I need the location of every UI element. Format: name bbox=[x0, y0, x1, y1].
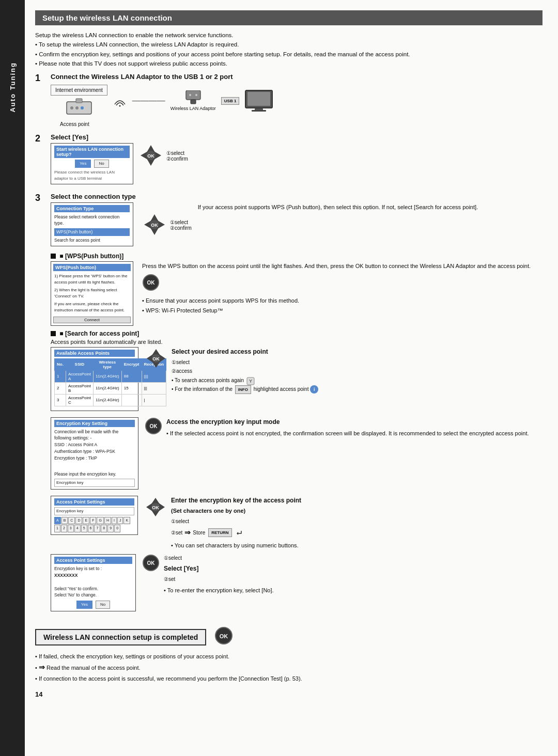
ap2-line-3: Select 'Yes' to confirm. bbox=[54, 586, 132, 592]
svg-rect-4 bbox=[76, 99, 82, 103]
key-9: 9 bbox=[107, 525, 114, 532]
key-K: K bbox=[123, 517, 130, 525]
search-sub3-right: OK Enter the encryption key of the acces… bbox=[144, 496, 542, 550]
search-sub1-note2: • For the information of the INFO highli… bbox=[172, 385, 318, 394]
wps-screen-area: WPS(Push button) 1) Please press the 'WP… bbox=[51, 261, 136, 326]
search-sub4-right: OK ①select Select [Yes] ②set • To re-ent… bbox=[142, 554, 542, 613]
svg-point-2 bbox=[75, 106, 79, 109]
key-F: F bbox=[90, 517, 96, 525]
key-7: 7 bbox=[94, 525, 100, 532]
wps-notes: • Ensure that your access point supports… bbox=[142, 296, 542, 315]
ok-btn-wps: OK bbox=[142, 274, 542, 294]
col-encrypt: Encrypt bbox=[121, 358, 142, 370]
intro-bullet-3: Please note that this TV does not suppor… bbox=[35, 59, 542, 68]
ap-settings2-body: Encryption key is set to : XXXXXXXX Sele… bbox=[54, 565, 132, 609]
connect-btn: Connect bbox=[53, 317, 131, 323]
wps-note-1: • Ensure that your access point supports… bbox=[142, 296, 542, 306]
search-sub-desc: Access points found automatically are li… bbox=[51, 339, 542, 345]
section-title: Setup the wireless LAN connection bbox=[35, 10, 542, 25]
ap2-yes-btn: Yes bbox=[76, 601, 92, 609]
svg-text:OK: OK bbox=[147, 560, 156, 566]
store-label: Store bbox=[193, 529, 205, 538]
wps-btn-row: Connect bbox=[53, 317, 131, 323]
usb-label: USB 1 bbox=[221, 97, 240, 105]
access-point-label: Access point bbox=[60, 121, 542, 127]
tv-icon bbox=[244, 89, 273, 112]
search-sub2-right: OK Access the encryption key input mode … bbox=[145, 417, 542, 492]
confirm-label: ②confirm bbox=[166, 156, 188, 162]
connection-type-screen: Connection Type Please select network co… bbox=[51, 202, 133, 246]
arrow-right-footer: ⇒ bbox=[39, 663, 45, 671]
wps-desc-text: Press the WPS button on the access point… bbox=[142, 261, 542, 271]
sub4-set-label: ②set bbox=[164, 575, 274, 584]
enc-line-3: Authentication type : WPA-PSK bbox=[54, 448, 135, 455]
wps-screen-title: WPS(Push button) bbox=[53, 264, 131, 271]
intro-text: Setup the wireless LAN connection to ena… bbox=[35, 30, 542, 69]
step-1-diagram: Internet environment bbox=[51, 85, 542, 117]
enc-body: Connection will be made with the followi… bbox=[54, 429, 135, 487]
svg-rect-7 bbox=[191, 100, 196, 104]
intro-bullet-1: To setup the wireless LAN connection, th… bbox=[35, 40, 542, 49]
svg-text:OK: OK bbox=[147, 280, 156, 286]
svg-text:OK: OK bbox=[151, 223, 158, 228]
key-G: G bbox=[97, 517, 103, 525]
ap2-line-1: Encryption key is set to : bbox=[54, 565, 132, 572]
step-3-title: Select the connection type bbox=[51, 193, 542, 200]
start-wlan-screen: Start wireless LAN connection setup? Yes… bbox=[51, 143, 133, 184]
search-sub3-left: Access Point Settings Encryption key A B… bbox=[51, 496, 138, 550]
key-J: J bbox=[117, 517, 123, 525]
footer-notes: If failed, check the encryption key, set… bbox=[35, 652, 542, 683]
key-0: 0 bbox=[114, 525, 120, 532]
key-I: I bbox=[112, 517, 117, 525]
enc-field: Encryption key bbox=[54, 479, 135, 487]
search-sub4-text: ①select Select [Yes] ②set • To re-enter … bbox=[164, 554, 274, 595]
search-sub2-left: Encryption Key Setting Connection will b… bbox=[51, 417, 138, 492]
return-arrow-icon bbox=[235, 529, 243, 537]
step-3-labels: ①select ②confirm bbox=[170, 219, 192, 231]
search-sub1-title: Select your desired access point bbox=[172, 347, 318, 357]
conn-option1: WPS(Push button) bbox=[54, 228, 130, 236]
sub4-title: Select [Yes] bbox=[164, 564, 274, 574]
key-A: A bbox=[54, 517, 61, 525]
no-btn: No bbox=[94, 160, 109, 168]
row2-wireless: 11n(2.4GHz) bbox=[93, 382, 121, 394]
modem-icon bbox=[66, 98, 92, 117]
connection-line: ———— bbox=[132, 96, 165, 105]
search-sub1-note1: • To search access points again Y bbox=[172, 376, 318, 385]
step-2-number: 2 bbox=[35, 133, 47, 144]
svg-text:OK: OK bbox=[152, 505, 159, 510]
ap-enc-field: Encryption key bbox=[54, 507, 134, 515]
nav-control-3: OK bbox=[142, 212, 167, 239]
search-sub2-text: Access the encryption key input mode • I… bbox=[166, 417, 529, 438]
step-2: 2 Select [Yes] Start wireless LAN connec… bbox=[35, 133, 542, 186]
row3-encrypt bbox=[121, 394, 142, 406]
step-3-note-text: If your access point supports WPS (Push … bbox=[198, 204, 478, 210]
search-right: OK Select your desired access point ①sel… bbox=[145, 347, 542, 413]
key-2: 2 bbox=[61, 525, 67, 532]
info-badge-icon: i bbox=[310, 385, 318, 393]
wps-line-3: If you are unsure, please check the inst… bbox=[54, 301, 130, 313]
footer-note-2: ⇒ Read the manual of the access point. bbox=[35, 662, 542, 674]
ap2-line-4: Select 'No' to change. bbox=[54, 592, 132, 598]
return-button: RETURN bbox=[208, 528, 231, 537]
screen-body: Yes No Please connect the wireless LAN a… bbox=[54, 160, 130, 182]
row1-wireless: 11n(2.4GHz) bbox=[93, 370, 121, 382]
key-8: 8 bbox=[101, 525, 107, 532]
search-section-header: ■ [Search for access point] bbox=[51, 330, 542, 337]
step-2-labels: ①select ②confirm bbox=[166, 150, 188, 162]
step-3-number: 3 bbox=[35, 193, 47, 203]
sub4-note: • To re-enter the encryption key, select… bbox=[164, 586, 274, 595]
search-sub4-row: Access Point Settings Encryption key is … bbox=[51, 554, 542, 613]
wps-header-text: ■ [WPS(Push button)] bbox=[59, 253, 123, 260]
svg-text:Y: Y bbox=[249, 379, 252, 384]
row2-encrypt: 15 bbox=[121, 382, 142, 394]
step-2-title: Select [Yes] bbox=[51, 133, 542, 141]
search-left: Available Access Points No. SSID Wireles… bbox=[51, 347, 138, 413]
svg-point-8 bbox=[189, 94, 191, 96]
svg-point-9 bbox=[195, 94, 197, 96]
step-1-title: Connect the Wireless LAN Adaptor to the … bbox=[51, 73, 542, 81]
step-2-content: Select [Yes] Start wireless LAN connecti… bbox=[51, 133, 542, 186]
row2-no: 2 bbox=[55, 382, 66, 394]
wps-section-row: WPS(Push button) 1) Please press the 'WP… bbox=[51, 261, 542, 326]
key-5: 5 bbox=[81, 525, 87, 532]
